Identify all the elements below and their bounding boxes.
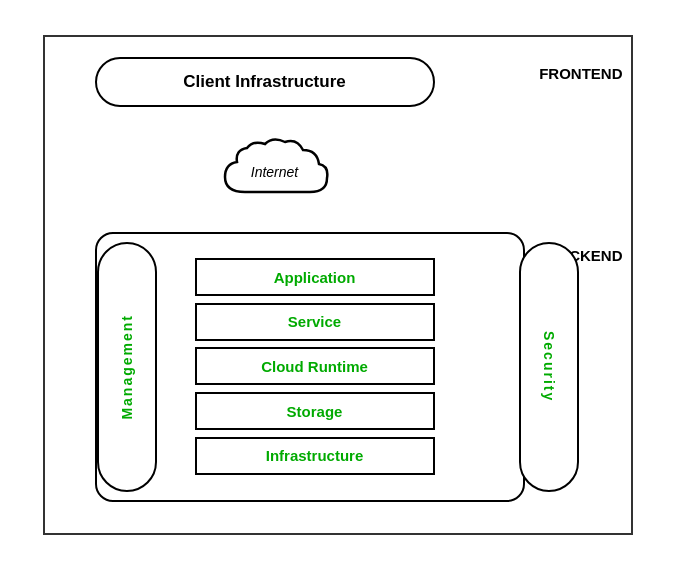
internet-cloud: Internet xyxy=(215,132,335,212)
frontend-label: FRONTEND xyxy=(539,65,622,82)
outer-diagram-box: FRONTEND BACKEND Client Infrastructure I… xyxy=(43,35,633,535)
security-label: Security xyxy=(541,331,557,402)
internet-label: Internet xyxy=(251,164,298,180)
layer-storage: Storage xyxy=(195,392,435,430)
management-cylinder: Management xyxy=(97,242,157,492)
client-infrastructure-box: Client Infrastructure xyxy=(95,57,435,107)
client-infra-label: Client Infrastructure xyxy=(183,72,345,92)
layers-container: Application Service Cloud Runtime Storag… xyxy=(170,242,460,492)
management-label: Management xyxy=(119,314,135,420)
layer-service: Service xyxy=(195,303,435,341)
layer-infrastructure: Infrastructure xyxy=(195,437,435,475)
security-cylinder: Security xyxy=(519,242,579,492)
layer-cloud-runtime: Cloud Runtime xyxy=(195,347,435,385)
layer-application: Application xyxy=(195,258,435,296)
